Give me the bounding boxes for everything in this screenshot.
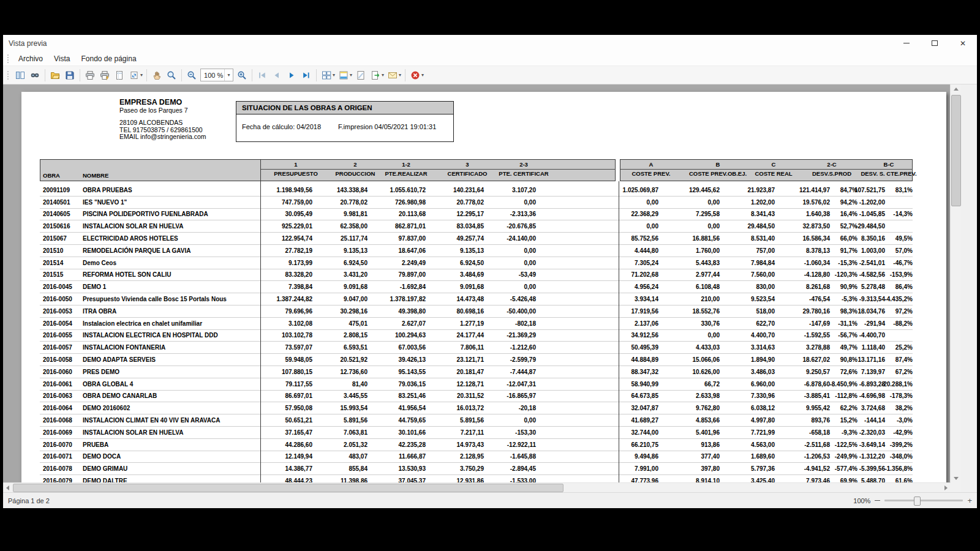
next-page-button[interactable]: [284, 68, 299, 83]
zoom-combobox[interactable]: 100 %▾: [200, 69, 233, 81]
cell: 29.780,16: [775, 308, 830, 315]
cell: 64.673,85: [536, 392, 658, 399]
vertical-scrollbar[interactable]: [950, 84, 961, 483]
arrow-down-icon: [954, 477, 959, 480]
scale-button-dropdown[interactable]: ▾: [140, 72, 143, 78]
last-page-button[interactable]: [299, 68, 314, 83]
horizontal-scroll-thumb[interactable]: [13, 484, 564, 492]
cell: -5,3%: [830, 296, 858, 302]
page-setup-button[interactable]: [112, 68, 127, 83]
multiple-pages-button-dropdown[interactable]: ▾: [333, 72, 335, 78]
hand-tool-button[interactable]: [149, 68, 164, 83]
close-preview-button[interactable]: [408, 68, 423, 83]
close-preview-button-dropdown[interactable]: ▾: [421, 72, 424, 78]
cell: 201510: [40, 247, 80, 254]
cell: 3.431,20: [312, 271, 368, 278]
save-button[interactable]: [62, 68, 77, 83]
menu-fondo-de-pagina[interactable]: Fondo de página: [75, 53, 141, 64]
page-indicator: Página 1 de 2: [8, 497, 50, 504]
cell: 49.398,80: [368, 308, 426, 315]
close-button[interactable]: ✕: [949, 35, 977, 51]
cell: 71.202,68: [536, 271, 658, 278]
menu-archivo[interactable]: Archivo: [13, 53, 48, 64]
cell: 0,00: [658, 223, 720, 230]
cell: -50.400,00: [484, 308, 536, 315]
cell: 757,00: [720, 247, 775, 254]
cell: 27.782,19: [260, 247, 312, 254]
watermark-button[interactable]: [353, 68, 368, 83]
cell: 8.531,40: [720, 235, 775, 242]
cell: 79.897,00: [368, 271, 426, 278]
scale-button[interactable]: [127, 68, 141, 83]
export-button[interactable]: [368, 68, 383, 83]
right-margin-strip: [961, 84, 977, 492]
horizontal-scrollbar[interactable]: [3, 482, 951, 492]
send-email-button-dropdown[interactable]: ▾: [399, 72, 401, 78]
cell: 2016-0070: [40, 441, 80, 448]
quick-print-button[interactable]: [97, 68, 112, 83]
cell: -3,0%: [885, 417, 913, 424]
send-email-button[interactable]: [385, 68, 400, 83]
maximize-button[interactable]: [921, 35, 949, 51]
cell: 3.107,20: [484, 187, 536, 193]
scroll-left-button[interactable]: [3, 483, 12, 492]
cell: 9.091,68: [426, 283, 484, 290]
cell: 52,7%: [830, 223, 858, 230]
cell: 79.117,55: [260, 381, 312, 388]
cell: 88.347,32: [536, 369, 658, 375]
cell: -29.484,50: [858, 223, 885, 230]
company-city: 28109 ALCOBENDAS: [119, 119, 206, 127]
cell: 44.759,65: [368, 417, 426, 424]
cell: 97.837,00: [368, 235, 426, 242]
cell: 83.034,85: [426, 223, 484, 230]
cell: 8.378,13: [775, 247, 830, 254]
cell: 9.135,13: [426, 247, 484, 254]
cell: 50.495,39: [536, 344, 658, 351]
prev-page-button[interactable]: [270, 68, 284, 83]
cell: 49,7%: [830, 344, 858, 351]
zoom-increase-button[interactable]: +: [967, 497, 972, 504]
first-page-button[interactable]: [255, 68, 270, 83]
cell: 1.003,00: [858, 247, 885, 254]
cell: 622,70: [720, 320, 775, 327]
zoom-out-button[interactable]: [184, 68, 199, 83]
zoom-slider-thumb[interactable]: [914, 497, 921, 506]
page-color-button[interactable]: [336, 68, 351, 83]
cell: 6.593,51: [312, 344, 368, 351]
print-icon: [85, 70, 95, 80]
toolbar-separator: [252, 69, 252, 81]
cell: REFORMA HOTEL SON CALIU: [80, 271, 260, 278]
cell: 10.626,00: [658, 369, 720, 375]
cell: -21.369,29: [484, 332, 536, 339]
open-button[interactable]: [48, 68, 62, 83]
print-button[interactable]: [83, 68, 97, 83]
cell: 1.202,00: [720, 199, 775, 206]
zoom-in-button[interactable]: [235, 68, 249, 83]
chevron-down-icon[interactable]: ▾: [224, 69, 233, 81]
vertical-scroll-thumb[interactable]: [951, 95, 961, 206]
cell: 14.386,77: [260, 465, 312, 472]
document-map-button[interactable]: [13, 68, 28, 83]
page-color-button-dropdown[interactable]: ▾: [350, 72, 352, 78]
cell: 86,4%: [885, 283, 913, 290]
cell: 62,2%: [830, 405, 858, 411]
multiple-pages-button[interactable]: [319, 68, 334, 83]
scroll-right-button[interactable]: [941, 483, 951, 492]
scroll-down-button[interactable]: [951, 474, 961, 483]
minimize-button[interactable]: [892, 35, 921, 51]
magnifier-button[interactable]: [164, 68, 179, 83]
menu-vista[interactable]: Vista: [48, 53, 75, 64]
cell: 20140605: [40, 211, 80, 217]
search-button[interactable]: [28, 68, 42, 83]
export-button-dropdown[interactable]: ▾: [382, 72, 384, 78]
cell: 201514: [40, 260, 80, 266]
cell: 37.165,47: [260, 429, 312, 436]
zoom-decrease-button[interactable]: [875, 500, 880, 501]
closepreview-icon: [410, 70, 420, 80]
statusbar: Página 1 de 2 100% +: [3, 492, 977, 508]
scroll-up-button[interactable]: [951, 84, 961, 94]
cell: 2.627,07: [368, 320, 426, 327]
cell: 91,7%: [830, 247, 858, 254]
zoom-slider[interactable]: [884, 500, 963, 501]
cell: -658,18: [775, 429, 830, 436]
